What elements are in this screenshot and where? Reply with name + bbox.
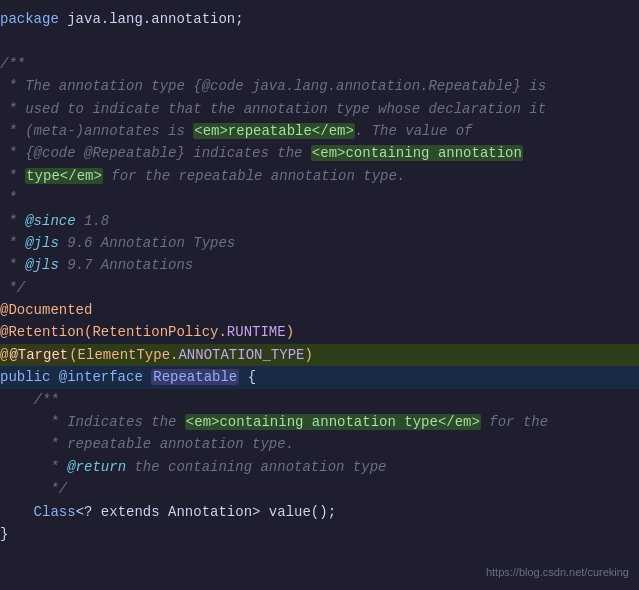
code-line: } — [0, 523, 639, 545]
code-line: * @jls 9.6 Annotation Types — [0, 232, 639, 254]
code-line: * {@code @Repeatable} indicates the <em>… — [0, 142, 639, 164]
code-line: */ — [0, 478, 639, 500]
code-line: * — [0, 187, 639, 209]
code-line: * @return the containing annotation type — [0, 456, 639, 478]
code-line: /** — [0, 53, 639, 75]
code-line: * used to indicate that the annotation t… — [0, 98, 639, 120]
code-line: /** — [0, 389, 639, 411]
code-line: * (meta-)annotates is <em>repeatable</em… — [0, 120, 639, 142]
code-line: * type</em> for the repeatable annotatio… — [0, 165, 639, 187]
code-line: * @jls 9.7 Annotations — [0, 254, 639, 276]
code-container: package java.lang.annotation; /** * The … — [0, 0, 639, 590]
code-line — [0, 30, 639, 52]
code-line: @Documented — [0, 299, 639, 321]
code-line: public @interface Repeatable { — [0, 366, 639, 388]
watermark: https://blog.csdn.net/cureking — [486, 564, 629, 582]
code-line: @Retention(RetentionPolicy.RUNTIME) — [0, 321, 639, 343]
code-line: package java.lang.annotation; — [0, 8, 639, 30]
code-line: * @since 1.8 — [0, 210, 639, 232]
code-line: * repeatable annotation type. — [0, 433, 639, 455]
code-line: */ — [0, 277, 639, 299]
code-line: * The annotation type {@code java.lang.a… — [0, 75, 639, 97]
code-line: @@Target(ElementType.ANNOTATION_TYPE) — [0, 344, 639, 366]
code-line: Class<? extends Annotation> value(); — [0, 501, 639, 523]
code-line: * Indicates the <em>containing annotatio… — [0, 411, 639, 433]
